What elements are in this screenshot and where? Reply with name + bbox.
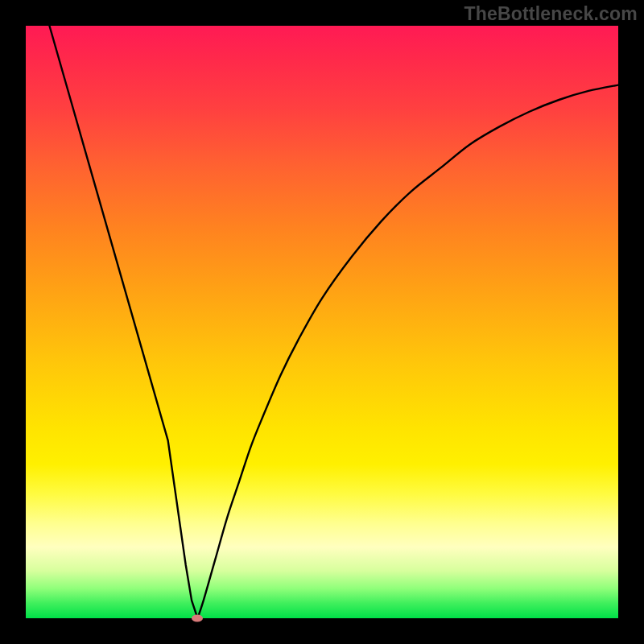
min-point-marker <box>192 615 203 622</box>
chart-frame: TheBottleneck.com <box>0 0 644 644</box>
watermark-text: TheBottleneck.com <box>464 3 638 25</box>
bottleneck-curve <box>49 26 618 618</box>
plot-area <box>26 26 618 618</box>
curve-svg <box>26 26 618 618</box>
